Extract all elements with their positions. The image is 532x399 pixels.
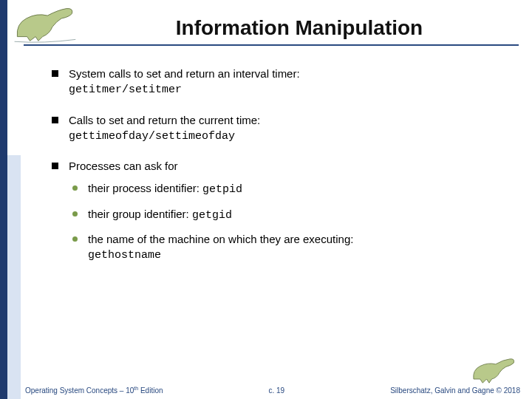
sub-bullet-label: their process identifier: xyxy=(88,182,202,194)
bullet-item: System calls to set and return an interv… xyxy=(52,66,510,98)
footer-left: Operating System Concepts – 10th Edition xyxy=(25,386,163,395)
footer: Operating System Concepts – 10th Edition… xyxy=(25,386,520,395)
dot-bullet-icon xyxy=(72,211,78,216)
sub-bullet-code: gethostname xyxy=(88,249,161,262)
bullet-code: gettimeofday/settimeofday xyxy=(69,130,235,143)
bullet-label: System calls to set and return an interv… xyxy=(69,67,300,80)
footer-copyright: Silberschatz, Galvin and Gagne © 2018 xyxy=(390,386,520,395)
sub-bullet-item: the name of the machine on which they ar… xyxy=(72,232,510,264)
bullet-text: Processes can ask for xyxy=(69,159,178,174)
sub-bullet-code: getgid xyxy=(192,209,232,222)
left-sidebar xyxy=(0,0,21,399)
footer-page-number: c. 19 xyxy=(269,386,285,395)
sub-bullet-text: their process identifier: getpid xyxy=(88,181,242,197)
sub-bullet-text: their group identifier: getgid xyxy=(88,207,232,223)
title-underline xyxy=(24,44,519,46)
sub-bullet-code: getpid xyxy=(202,183,242,196)
sub-bullet-text: the name of the machine on which they ar… xyxy=(88,232,353,264)
bullet-text: Calls to set and return the current time… xyxy=(69,113,260,145)
sub-bullet-label: the name of the machine on which they ar… xyxy=(88,233,353,245)
bullet-label: Calls to set and return the current time… xyxy=(69,114,260,126)
footer-left-text: Operating System Concepts – 10 xyxy=(25,386,134,395)
bullet-item: Calls to set and return the current time… xyxy=(52,113,510,145)
sub-bullet-item: their group identifier: getgid xyxy=(72,207,510,223)
page-title: Information Manipulation xyxy=(89,16,510,40)
bullet-text: System calls to set and return an interv… xyxy=(69,66,300,98)
square-bullet-icon xyxy=(52,70,58,77)
sub-bullet-item: their process identifier: getpid xyxy=(72,181,510,197)
square-bullet-icon xyxy=(52,163,58,169)
bullet-code: getitmer/setitmer xyxy=(69,83,182,96)
dot-bullet-icon xyxy=(72,236,78,242)
sub-bullet-label: their group identifier: xyxy=(88,208,192,220)
footer-left-text-b: Edition xyxy=(138,386,163,395)
sidebar-stripe-light xyxy=(7,155,21,399)
bullet-label: Processes can ask for xyxy=(69,160,178,172)
content-area: System calls to set and return an interv… xyxy=(52,66,510,272)
dinosaur-icon xyxy=(9,3,79,44)
sidebar-stripe-dark xyxy=(0,0,7,399)
dinosaur-icon-small xyxy=(468,353,520,383)
bullet-item: Processes can ask for xyxy=(52,159,510,174)
dot-bullet-icon xyxy=(72,185,78,191)
square-bullet-icon xyxy=(52,117,58,123)
